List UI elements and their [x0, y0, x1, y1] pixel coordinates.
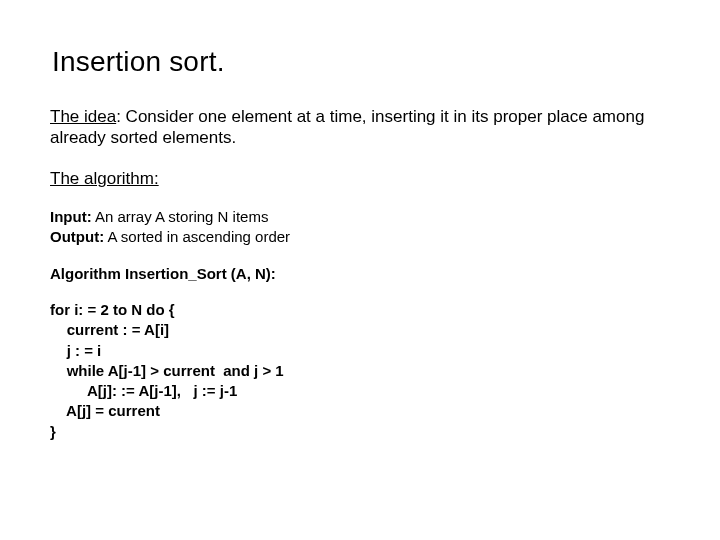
input-line: Input: An array A storing N items	[50, 207, 670, 227]
input-text: An array A storing N items	[92, 208, 269, 225]
output-line: Output: A sorted in ascending order	[50, 227, 670, 247]
slide-title: Insertion sort.	[52, 46, 670, 78]
code-line-7: }	[50, 423, 56, 440]
output-text: A sorted in ascending order	[104, 228, 290, 245]
code-line-1: for i: = 2 to N do {	[50, 301, 175, 318]
idea-text: : Consider one element at a time, insert…	[50, 107, 644, 147]
algorithm-heading: The algorithm:	[50, 169, 670, 189]
code-line-6: A[j] = current	[50, 402, 160, 419]
slide: Insertion sort. The idea: Consider one e…	[0, 0, 720, 540]
code-line-3: j : = i	[50, 342, 101, 359]
algorithm-name: Algorithm Insertion_Sort (A, N):	[50, 265, 670, 282]
idea-paragraph: The idea: Consider one element at a time…	[50, 106, 670, 149]
code-line-2: current : = A[i]	[50, 321, 169, 338]
code-line-4: while A[j-1] > current and j > 1	[50, 362, 284, 379]
idea-label: The idea	[50, 107, 116, 126]
input-label: Input:	[50, 208, 92, 225]
pseudocode-block: for i: = 2 to N do { current : = A[i] j …	[50, 300, 670, 442]
code-line-5: A[j]: := A[j-1], j := j-1	[50, 382, 237, 399]
io-block: Input: An array A storing N items Output…	[50, 207, 670, 248]
output-label: Output:	[50, 228, 104, 245]
